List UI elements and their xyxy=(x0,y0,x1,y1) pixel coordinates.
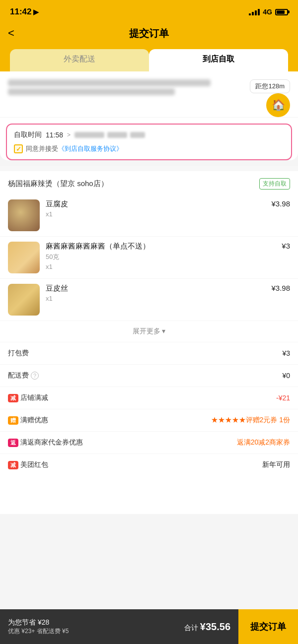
restaurant-row: 杨国福麻辣烫（望京 soho店） 支持自取 xyxy=(0,171,298,194)
item-name-1: 豆腐皮 xyxy=(46,199,265,209)
status-time: 11:42 ▶ xyxy=(10,7,39,17)
item-qty-2: x1 xyxy=(46,263,276,270)
item-name-3: 豆皮丝 xyxy=(46,284,265,293)
agree-row[interactable]: ✓ 同意并接受《到店自取服务协议》 xyxy=(14,144,284,153)
agree-checkbox[interactable]: ✓ xyxy=(14,144,23,153)
table-row: 豆皮丝 x1 ¥3.98 xyxy=(0,279,298,321)
main-content: 距您128m 🏠 自取时间 11:58 > ✓ 同意并接受《到店自取服务协议》 xyxy=(0,71,298,160)
submit-order-button[interactable]: 提交订单 xyxy=(238,609,298,644)
total-value: ¥35.56 xyxy=(200,621,230,632)
item-price-3: ¥3.98 xyxy=(271,284,290,292)
fee-row-discount: 减 店铺满减 -¥21 xyxy=(0,387,298,409)
fee-tag-jian-2: 减 xyxy=(8,461,18,469)
status-right: 4G xyxy=(249,8,288,16)
item-desc-2: 50克 xyxy=(46,253,276,261)
fee-label-discount: 减 店铺满减 xyxy=(8,393,48,402)
fee-label-packaging: 打包费 xyxy=(8,349,29,358)
address-line-1 xyxy=(8,79,211,86)
fee-row-delivery: 配送费 ? ¥0 xyxy=(0,365,298,387)
section-separator xyxy=(0,166,298,171)
fee-row-packaging: 打包费 ¥3 xyxy=(0,342,298,365)
network-type: 4G xyxy=(263,8,272,16)
agree-text: 同意并接受《到店自取服务协议》 xyxy=(26,144,123,153)
fee-label-delivery: 配送费 ? xyxy=(8,371,39,380)
item-price-1: ¥3.98 xyxy=(271,199,290,208)
tab-delivery[interactable]: 外卖配送 xyxy=(10,49,149,71)
fee-row-cashback: 返 满返商家代金券优惠 返满20减2商家券 xyxy=(0,432,298,454)
pickup-label: 自取时间 xyxy=(14,130,42,139)
location-icon: ▶ xyxy=(33,8,39,16)
expand-more-label: 展开更多 xyxy=(133,327,160,335)
fee-value-packaging: ¥3 xyxy=(282,349,290,357)
address-text xyxy=(8,79,246,101)
savings-block: 为您节省 ¥28 优惠 ¥23+ 省配送费 ¥5 xyxy=(0,614,176,640)
item-name-2: 麻酱麻酱麻酱麻酱（单点不送） xyxy=(46,242,276,251)
item-info-1: 豆腐皮 x1 xyxy=(46,199,265,218)
address-line-2 xyxy=(8,88,175,95)
table-row: 麻酱麻酱麻酱麻酱（单点不送） 50克 x1 ¥3 xyxy=(0,237,298,279)
header: < 提交订单 xyxy=(0,22,298,49)
item-price-2: ¥3 xyxy=(282,242,290,250)
signal-icon xyxy=(249,9,260,15)
back-button[interactable]: < xyxy=(8,27,14,40)
fee-value-delivery: ¥0 xyxy=(282,372,290,380)
stars-icon: ★★★★★ xyxy=(211,416,246,424)
battery-icon xyxy=(275,9,288,15)
fee-section: 打包费 ¥3 配送费 ? ¥0 减 店铺满减 -¥21 赠 满赠优惠 ★★★★★… xyxy=(0,342,298,514)
fee-value-redpacket: 新年可用 xyxy=(262,460,290,469)
fee-tag-zeng: 赠 xyxy=(8,416,18,425)
item-image-2 xyxy=(8,242,40,273)
time-blur-2 xyxy=(107,132,127,138)
store-icon: 🏠 xyxy=(266,93,290,117)
tab-pickup[interactable]: 到店自取 xyxy=(149,49,288,71)
time-blur-3 xyxy=(130,132,145,138)
fee-row-redpacket: 减 美团红包 新年可用 xyxy=(0,454,298,514)
restaurant-name: 杨国福麻辣烫（望京 soho店） xyxy=(8,179,108,189)
expand-more-button[interactable]: 展开更多 ▾ xyxy=(0,321,298,342)
savings-detail: 优惠 ¥23+ 省配送费 ¥5 xyxy=(8,627,168,636)
fee-value-gift: ★★★★★评赠2元券 1份 xyxy=(211,416,290,425)
fee-label-cashback: 返 满返商家代金券优惠 xyxy=(8,438,83,447)
address-card: 距您128m 🏠 xyxy=(0,71,298,118)
pickup-arrow: > xyxy=(67,131,71,138)
item-qty-3: x1 xyxy=(46,295,265,302)
page-title: 提交订单 xyxy=(129,28,169,39)
fee-label-gift: 赠 满赠优惠 xyxy=(8,416,48,425)
item-image-1 xyxy=(8,199,40,231)
item-qty-1: x1 xyxy=(46,210,265,218)
fee-tag-fan: 返 xyxy=(8,439,18,447)
table-row: 豆腐皮 x1 ¥3.98 xyxy=(0,194,298,237)
expand-icon: ▾ xyxy=(162,327,165,335)
fee-tag-jian: 减 xyxy=(8,394,18,402)
agree-link[interactable]: 《到店自取服务协议》 xyxy=(58,145,123,152)
total-label: 合计 xyxy=(184,624,200,632)
pickup-section: 自取时间 11:58 > ✓ 同意并接受《到店自取服务协议》 xyxy=(6,124,292,160)
savings-title: 为您节省 ¥28 xyxy=(8,618,168,627)
total-amount: 合计 ¥35.56 xyxy=(176,621,238,633)
pickup-time-value: 11:58 xyxy=(46,131,63,139)
bottom-bar: 为您节省 ¥28 优惠 ¥23+ 省配送费 ¥5 合计 ¥35.56 提交订单 xyxy=(0,609,298,644)
address-blurred xyxy=(8,79,246,95)
item-info-2: 麻酱麻酱麻酱麻酱（单点不送） 50克 x1 xyxy=(46,242,276,270)
item-image-3 xyxy=(8,284,40,316)
pickup-time-row[interactable]: 自取时间 11:58 > xyxy=(14,130,284,139)
pickup-time-detail xyxy=(74,132,145,138)
support-pickup-tag: 支持自取 xyxy=(259,178,290,190)
time-blur-1 xyxy=(74,132,104,138)
distance-badge: 距您128m xyxy=(250,79,290,93)
order-items: 豆腐皮 x1 ¥3.98 麻酱麻酱麻酱麻酱（单点不送） 50克 x1 ¥3 豆皮… xyxy=(0,194,298,321)
delivery-info-icon[interactable]: ? xyxy=(31,372,39,380)
fee-value-cashback: 返满20减2商家券 xyxy=(237,438,290,447)
tab-row: 外卖配送 到店自取 xyxy=(0,49,298,71)
fee-row-gift: 赠 满赠优惠 ★★★★★评赠2元券 1份 xyxy=(0,409,298,432)
item-info-3: 豆皮丝 x1 xyxy=(46,284,265,302)
fee-value-discount: -¥21 xyxy=(276,394,290,402)
fee-label-redpacket: 减 美团红包 xyxy=(8,460,48,469)
checkbox-check-icon: ✓ xyxy=(16,145,21,153)
status-bar: 11:42 ▶ 4G xyxy=(0,0,298,22)
